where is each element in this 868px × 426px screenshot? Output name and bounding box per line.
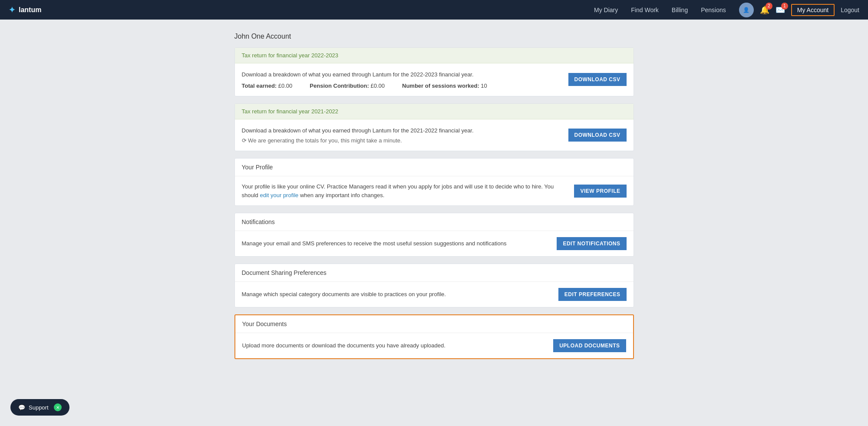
logo-text: lantum <box>19 6 41 14</box>
notifications-body: Manage your email and SMS preferences to… <box>235 231 634 256</box>
tax-text-wrap-2022-2023: Download a breakdown of what you earned … <box>242 70 563 89</box>
tax-header-2021-2022: Tax return for financial year 2021-2022 <box>235 104 634 119</box>
tax-body-2021-2022: Download a breakdown of what you earned … <box>235 119 634 151</box>
notifications-icon[interactable]: 🔔 2 <box>760 5 769 15</box>
navbar: ✦ lantum My Diary Find Work Billing Pens… <box>0 0 868 20</box>
document-sharing-section-title: Document Sharing Preferences <box>235 264 634 282</box>
profile-description-end: when any important info changes. <box>298 192 384 198</box>
edit-preferences-button[interactable]: EDIT PREFERENCES <box>558 288 627 301</box>
your-documents-description: Upload more documents or download the do… <box>242 341 548 350</box>
document-sharing-description: Manage which special category documents … <box>242 290 553 299</box>
nav-right: 👤 🔔 2 ✉️ 1 My Account Logout <box>739 3 859 17</box>
pension-contribution: Pension Contribution: £0.00 <box>310 83 385 89</box>
messages-icon[interactable]: ✉️ 1 <box>776 5 785 15</box>
tax-header-2022-2023: Tax return for financial year 2022-2023 <box>235 48 634 63</box>
tax-description-2022-2023: Download a breakdown of what you earned … <box>242 70 563 79</box>
tax-card-2022-2023: Tax return for financial year 2022-2023 … <box>234 47 634 96</box>
profile-card: Your Profile Your profile is like your o… <box>234 158 634 206</box>
main-content: John One Account Tax return for financia… <box>226 20 643 379</box>
nav-link-find-work[interactable]: Find Work <box>631 7 659 13</box>
sessions-worked: Number of sessions worked: 10 <box>402 83 487 89</box>
view-profile-button[interactable]: VIEW PROFILE <box>574 185 626 198</box>
profile-body: Your profile is like your online CV. Pra… <box>235 176 634 205</box>
logo: ✦ lantum <box>9 5 41 15</box>
my-account-button[interactable]: My Account <box>791 4 835 16</box>
support-close-button[interactable]: ✕ <box>54 403 62 411</box>
support-bubble-icon: 💬 <box>18 404 25 411</box>
profile-section-title: Your Profile <box>235 159 634 176</box>
notifications-section-title: Notifications <box>235 213 634 231</box>
support-bubble[interactable]: 💬 Support ✕ <box>10 399 69 416</box>
nav-link-pensions[interactable]: Pensions <box>701 7 726 13</box>
tax-text-wrap-2021-2022: Download a breakdown of what you earned … <box>242 126 563 144</box>
edit-notifications-button[interactable]: EDIT NOTIFICATIONS <box>557 237 626 250</box>
document-sharing-card: Document Sharing Preferences Manage whic… <box>234 264 634 307</box>
logout-button[interactable]: Logout <box>841 7 859 13</box>
tax-stats-2022-2023: Total earned: £0.00 Pension Contribution… <box>242 83 563 89</box>
nav-link-billing[interactable]: Billing <box>672 7 688 13</box>
avatar[interactable]: 👤 <box>739 3 754 17</box>
messages-badge: 1 <box>781 3 788 10</box>
page-title: John One Account <box>234 33 634 40</box>
download-csv-2022-2023-button[interactable]: DOWNLOAD CSV <box>568 73 627 86</box>
notifications-description: Manage your email and SMS preferences to… <box>242 239 552 248</box>
download-csv-2021-2022-button[interactable]: DOWNLOAD CSV <box>568 129 627 142</box>
document-sharing-body: Manage which special category documents … <box>235 282 634 307</box>
support-bubble-label: Support <box>29 404 49 411</box>
nav-link-my-diary[interactable]: My Diary <box>594 7 618 13</box>
upload-documents-button[interactable]: UPLOAD DOCUMENTS <box>553 339 626 352</box>
notifications-card: Notifications Manage your email and SMS … <box>234 213 634 257</box>
tax-card-2021-2022: Tax return for financial year 2021-2022 … <box>234 103 634 152</box>
profile-text: Your profile is like your online CV. Pra… <box>242 182 569 199</box>
notifications-badge: 2 <box>766 3 772 10</box>
logo-star: ✦ <box>9 5 15 15</box>
tax-body-2022-2023: Download a breakdown of what you earned … <box>235 63 634 96</box>
nav-links: My Diary Find Work Billing Pensions <box>594 7 726 13</box>
your-documents-section-title: Your Documents <box>235 315 633 333</box>
your-documents-body: Upload more documents or download the do… <box>235 333 633 358</box>
total-earned: Total earned: £0.00 <box>242 83 293 89</box>
edit-your-profile-link[interactable]: edit your profile <box>260 192 298 198</box>
your-documents-card: Your Documents Upload more documents or … <box>234 314 634 359</box>
tax-generating-message: ⟳ We are generating the totals for you, … <box>242 137 563 144</box>
tax-description-2021-2022: Download a breakdown of what you earned … <box>242 126 563 135</box>
